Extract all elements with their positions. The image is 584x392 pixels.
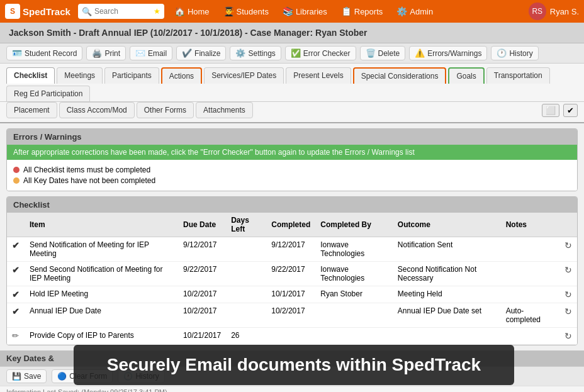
- row-days-1: [226, 237, 266, 262]
- row-by-5: [315, 328, 393, 345]
- tab-reg-ed-participation[interactable]: Reg Ed Participation: [6, 86, 90, 101]
- student-record-button[interactable]: 🪪 Student Record: [6, 46, 82, 60]
- settings-icon: ⚙️: [235, 48, 245, 58]
- check-complete-icon[interactable]: ✔: [563, 104, 578, 117]
- tab-actions[interactable]: Actions: [161, 67, 202, 84]
- red-dot-icon: [13, 167, 20, 173]
- expand-icon[interactable]: ⬜: [542, 104, 559, 117]
- finalize-icon: ✔️: [182, 48, 192, 58]
- col-actions: [559, 213, 577, 237]
- col-completed: Completed: [266, 213, 315, 237]
- row-edit-2[interactable]: ↻: [559, 262, 577, 286]
- errors-warnings-button[interactable]: ⚠️ Errors/Warnings: [409, 46, 487, 60]
- delete-button[interactable]: 🗑️ Delete: [360, 46, 406, 60]
- nav-students[interactable]: 👨‍🎓 Students: [217, 4, 275, 19]
- row-notes-2: [501, 262, 559, 286]
- checkmark-icon: ✔: [12, 289, 20, 300]
- search-input[interactable]: [94, 7, 151, 16]
- col-completed-by: Completed By: [315, 213, 393, 237]
- edit-icon[interactable]: ↻: [564, 289, 572, 300]
- tab-other-forms[interactable]: Other Forms: [137, 102, 194, 118]
- row-by-1: Ionwave Technologies: [315, 237, 393, 262]
- tab-checklist[interactable]: Checklist: [6, 67, 55, 84]
- checklist-section: Checklist Item Due Date Days Left Comple…: [6, 196, 578, 345]
- checkmark-icon: ✔: [12, 306, 20, 316]
- col-item: Item: [25, 213, 178, 237]
- row-days-5: 26: [226, 328, 266, 345]
- edit-icon[interactable]: ↻: [564, 265, 572, 275]
- row-days-2: [226, 262, 266, 286]
- row-due-1: 9/12/2017: [178, 237, 226, 262]
- table-row: ✔ Annual IEP Due Date 10/2/2017 10/2/201…: [7, 303, 577, 328]
- tab-attachments[interactable]: Attachments: [196, 102, 253, 118]
- email-button[interactable]: ✉️ Email: [130, 46, 172, 60]
- tab-present-levels[interactable]: Present Levels: [286, 67, 351, 84]
- nav-admin[interactable]: ⚙️ Admin: [390, 4, 439, 19]
- edit-icon[interactable]: ↻: [564, 306, 572, 316]
- row-outcome-5: [393, 328, 501, 345]
- col-outcome: Outcome: [393, 213, 501, 237]
- tab-transportation[interactable]: Transportation: [486, 67, 550, 84]
- tab-services-iep-dates[interactable]: Services/IEP Dates: [204, 67, 284, 84]
- tab-placement[interactable]: Placement: [6, 102, 57, 118]
- table-row: ✔ Send Notification of Meeting for IEP M…: [7, 237, 577, 262]
- edit-icon[interactable]: ↻: [564, 331, 572, 341]
- tab-participants[interactable]: Participants: [104, 67, 159, 84]
- libraries-icon: 📚: [283, 6, 293, 16]
- row-completed-5: [266, 328, 315, 345]
- tab-meetings[interactable]: Meetings: [57, 67, 103, 84]
- tabs-row-1: Checklist Meetings Participants Actions …: [0, 64, 584, 102]
- admin-icon: ⚙️: [396, 6, 407, 16]
- row-completed-2: 9/22/2017: [266, 262, 315, 286]
- row-edit-4[interactable]: ↻: [559, 303, 577, 328]
- edit-icon[interactable]: ↻: [564, 240, 572, 250]
- row-completed-3: 10/1/2017: [266, 286, 315, 303]
- col-days-left: Days Left: [226, 213, 266, 237]
- row-edit-5[interactable]: ↻: [559, 328, 577, 345]
- row-item-4: Annual IEP Due Date: [25, 303, 178, 328]
- col-due-date: Due Date: [178, 213, 226, 237]
- row-notes-1: [501, 237, 559, 262]
- errors-header: Errors / Warnings: [7, 129, 577, 145]
- avatar: RS: [529, 3, 546, 20]
- nav-libraries[interactable]: 📚 Libraries: [276, 4, 334, 19]
- history-icon: 🕐: [497, 48, 507, 58]
- save-button[interactable]: 💾 Save: [6, 369, 47, 383]
- error-checker-button[interactable]: ✅ Error Checker: [285, 46, 356, 60]
- finalize-button[interactable]: ✔️ Finalize: [176, 46, 226, 60]
- settings-button[interactable]: ⚙️ Settings: [230, 46, 281, 60]
- tabs-row-2: Placement Class Accom/Mod Other Forms At…: [0, 102, 584, 123]
- user-area[interactable]: RS Ryan S.: [529, 3, 579, 20]
- row-due-3: 10/2/2017: [178, 286, 226, 303]
- save-icon: 💾: [12, 372, 21, 381]
- row-edit-3[interactable]: ↻: [559, 286, 577, 303]
- nav-home[interactable]: 🏠 Home: [168, 4, 216, 19]
- student-record-icon: 🪪: [12, 48, 22, 58]
- nav-items: 🏠 Home 👨‍🎓 Students 📚 Libraries 📋 Report…: [168, 4, 525, 19]
- row-status-5: ✏: [7, 328, 25, 345]
- tab-goals[interactable]: Goals: [448, 67, 484, 84]
- nav-reports[interactable]: 📋 Reports: [335, 4, 390, 19]
- history-button[interactable]: 🕐 History: [491, 46, 538, 60]
- tab-special-considerations[interactable]: Special Considerations: [353, 67, 447, 84]
- search-box[interactable]: 🔍 ★: [78, 4, 164, 19]
- errors-banner: After appropriate corrections have been …: [7, 145, 577, 160]
- delete-icon: 🗑️: [366, 48, 376, 58]
- row-edit-1[interactable]: ↻: [559, 237, 577, 262]
- students-icon: 👨‍🎓: [223, 6, 234, 16]
- row-item-5: Provide Copy of IEP to Parents: [25, 328, 178, 345]
- email-icon: ✉️: [135, 48, 145, 58]
- logo-text: SpedTrack: [23, 6, 70, 17]
- yellow-dot-icon: [13, 177, 20, 184]
- print-button[interactable]: 🖨️ Print: [86, 46, 126, 60]
- row-days-4: [226, 303, 266, 328]
- warnings-icon: ⚠️: [415, 48, 425, 58]
- table-row: ✔ Hold IEP Meeting 10/2/2017 10/1/2017 R…: [7, 286, 577, 303]
- page-title: Jackson Smith - Draft Annual IEP (10/2/2…: [0, 23, 584, 43]
- tab-row2-icons: ⬜ ✔: [542, 104, 578, 117]
- row-completed-4: 10/2/2017: [266, 303, 315, 328]
- clear-icon: 🔵: [57, 372, 67, 381]
- footer-info: Information Last Saved: (Monday 09/25/17…: [0, 386, 584, 392]
- tab-class-accom-mod[interactable]: Class Accom/Mod: [59, 102, 135, 118]
- reports-icon: 📋: [341, 6, 352, 16]
